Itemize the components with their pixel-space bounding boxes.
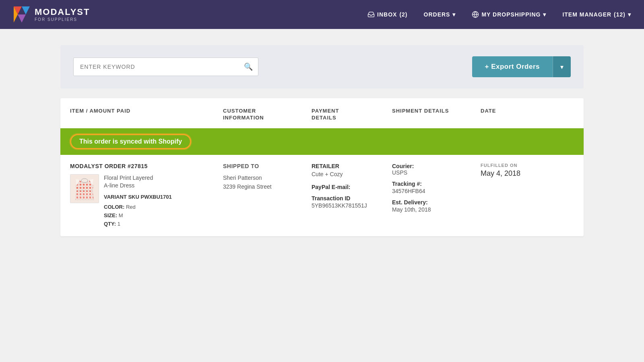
customer-address: 3239 Regina Street xyxy=(223,182,312,191)
shipment-column: Courier: USPS Tracking #: 34576HFB64 Est… xyxy=(392,163,481,228)
orders-table: ITEM / AMOUNT PAID CUSTOMER INFORMATION … xyxy=(60,98,584,237)
item-color: COLOR: Red xyxy=(104,203,172,212)
courier-value: USPS xyxy=(392,169,481,176)
retailer-name: Cute + Cozy xyxy=(312,171,392,177)
globe-icon xyxy=(472,11,479,18)
variant-sku: VARIANT SKU PWXBU1701 xyxy=(104,194,172,200)
main-content: 🔍 + Export Orders ▾ ITEM / AMOUNT PAID C… xyxy=(52,29,592,245)
retailer-label: RETAILER xyxy=(312,163,392,169)
nav-items: INBOX(2) ORDERS ▾ MY DROPSHIPPING ▾ ITEM… xyxy=(367,8,631,21)
nav-item-manager[interactable]: ITEM MANAGER(12) ▾ xyxy=(562,8,631,21)
col-header-shipment: SHIPMENT DETAILS xyxy=(392,108,481,121)
fulfilled-label: FULFILLED ON xyxy=(481,163,545,168)
item-info: Floral Print Layered A-line Dress VARIAN… xyxy=(70,174,223,228)
item-name: Floral Print Layered A-line Dress xyxy=(104,174,172,190)
dropshipping-chevron: ▾ xyxy=(543,11,546,18)
svg-marker-1 xyxy=(22,6,30,14)
payment-column: RETAILER Cute + Cozy PayPal E-mail: Tran… xyxy=(312,163,392,228)
customer-name: Sheri Patterson xyxy=(223,173,312,182)
search-input[interactable] xyxy=(73,58,258,76)
inbox-label: INBOX xyxy=(377,11,397,18)
logo-text: MODALYST FOR SUPPLIERS xyxy=(35,7,90,21)
date-column: FULFILLED ON May 4, 2018 xyxy=(481,163,545,228)
nav-dropshipping[interactable]: MY DROPSHIPPING ▾ xyxy=(472,8,546,21)
logo: MODALYST FOR SUPPLIERS xyxy=(13,6,90,23)
order-number: MODALYST ORDER #27815 xyxy=(70,163,223,169)
dropshipping-label: MY DROPSHIPPING xyxy=(481,11,541,18)
paypal-label: PayPal E-mail: xyxy=(312,184,392,190)
logo-subtitle: FOR SUPPLIERS xyxy=(35,17,90,22)
svg-point-9 xyxy=(81,179,88,183)
item-size: SIZE: M xyxy=(104,212,172,220)
col-header-date: DATE xyxy=(481,108,545,121)
col-header-item: ITEM / AMOUNT PAID xyxy=(70,108,223,121)
fulfilled-date: May 4, 2018 xyxy=(481,169,545,178)
shopify-badge: This order is synced with Shopify xyxy=(70,134,191,149)
logo-title: MODALYST xyxy=(35,7,90,17)
item-details: Floral Print Layered A-line Dress VARIAN… xyxy=(104,174,172,228)
dress-image xyxy=(72,177,97,201)
export-orders-button[interactable]: + Export Orders xyxy=(472,56,553,77)
export-orders-dropdown-button[interactable]: ▾ xyxy=(553,56,571,77)
shopify-banner: This order is synced with Shopify xyxy=(60,128,584,155)
export-arrow-icon: ▾ xyxy=(560,64,564,70)
customer-column: SHIPPED TO Sheri Patterson 3239 Regina S… xyxy=(223,163,312,228)
nav-inbox[interactable]: INBOX(2) xyxy=(367,8,407,21)
col-header-customer: CUSTOMER INFORMATION xyxy=(223,108,312,121)
tracking-value: 34576HFB64 xyxy=(392,188,481,194)
item-qty: QTY: 1 xyxy=(104,220,172,228)
search-input-wrapper: 🔍 xyxy=(73,58,258,76)
delivery-label: Est. Delivery: xyxy=(392,199,481,206)
orders-chevron: ▾ xyxy=(452,11,456,18)
transaction-label: Transaction ID xyxy=(312,195,392,202)
search-area: 🔍 + Export Orders ▾ xyxy=(60,45,584,88)
table-row: MODALYST ORDER #27815 xyxy=(60,155,584,237)
tracking-label: Tracking #: xyxy=(392,181,481,187)
shipped-to-label: SHIPPED TO xyxy=(223,163,312,169)
export-btn-group: + Export Orders ▾ xyxy=(472,56,571,77)
inbox-icon xyxy=(367,11,375,18)
col-header-payment: PAYMENT DETAILS xyxy=(312,108,392,121)
item-manager-label: ITEM MANAGER xyxy=(562,11,611,18)
item-manager-count: (12) xyxy=(614,11,625,18)
search-icon: 🔍 xyxy=(244,62,253,71)
navbar: MODALYST FOR SUPPLIERS INBOX(2) ORDERS ▾… xyxy=(0,0,644,29)
inbox-count: (2) xyxy=(399,11,407,18)
svg-marker-3 xyxy=(18,14,26,23)
item-column: MODALYST ORDER #27815 xyxy=(70,163,223,228)
orders-label: ORDERS xyxy=(424,11,450,18)
item-image xyxy=(70,174,99,203)
logo-icon xyxy=(13,6,31,23)
table-header: ITEM / AMOUNT PAID CUSTOMER INFORMATION … xyxy=(60,98,584,128)
transaction-id: 5YB96513KK781551J xyxy=(312,202,392,209)
delivery-value: May 10th, 2018 xyxy=(392,206,481,213)
nav-orders[interactable]: ORDERS ▾ xyxy=(424,8,456,21)
courier-label: Courier: xyxy=(392,163,481,169)
item-manager-chevron: ▾ xyxy=(628,11,631,18)
